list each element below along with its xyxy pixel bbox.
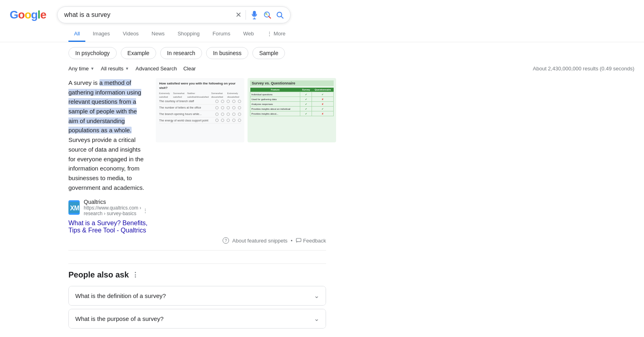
left-column: A survey is a method of gathering inform…	[68, 78, 326, 335]
results-count: About 2,430,000,000 results (0.49 second…	[533, 66, 634, 72]
tab-all[interactable]: All	[68, 27, 85, 42]
tab-videos[interactable]: Videos	[117, 27, 144, 42]
snippet-content: A survey is a method of gathering inform…	[68, 78, 326, 234]
chip-in-psychology[interactable]: In psychology	[68, 47, 117, 59]
survey-form-image[interactable]: How satisfied were you with the followin…	[156, 78, 244, 142]
clear-search-icon[interactable]: ✕	[235, 11, 242, 18]
svg-rect-9	[296, 238, 301, 242]
paa-expand-icon-1: ⌄	[314, 292, 319, 300]
chip-example[interactable]: Example	[121, 47, 156, 59]
paa-question-1[interactable]: What is the definition of a survey? ⌄	[69, 286, 326, 305]
tab-images[interactable]: Images	[87, 27, 116, 42]
chip-in-research[interactable]: In research	[160, 47, 202, 59]
clear-link[interactable]: Clear	[183, 66, 196, 72]
about-snippets-icon: ?	[223, 237, 229, 244]
divider	[246, 10, 246, 20]
main-content: A survey is a method of gathering inform…	[0, 75, 644, 335]
feedback-icon	[296, 238, 301, 243]
paa-question-text-1: What is the definition of a survey?	[75, 292, 166, 299]
svg-text:M: M	[74, 205, 79, 212]
tab-web[interactable]: Web	[237, 27, 260, 42]
nav-tabs: All Images Videos News Shopping Forums W…	[0, 27, 644, 42]
about-snippets-text[interactable]: About featured snippets	[232, 238, 287, 244]
results-filter-arrow-icon: ▼	[125, 66, 129, 71]
visual-search-icon[interactable]	[263, 10, 272, 19]
source-options-icon[interactable]: ⋮	[143, 208, 148, 214]
tab-news[interactable]: News	[146, 27, 171, 42]
time-filter-dropdown[interactable]: Any time ▼	[68, 66, 94, 72]
people-also-ask: People also ask ⋮ What is the definition…	[68, 270, 326, 329]
header: Google what is a survey ✕	[0, 0, 644, 27]
snippet-images: How satisfied were you with the followin…	[156, 78, 336, 234]
search-button[interactable]	[276, 11, 284, 19]
chip-sample[interactable]: Sample	[252, 47, 285, 59]
time-filter-arrow-icon: ▼	[91, 66, 95, 71]
snippet-source: X M Qualtrics https://www.qualtrics.com …	[68, 199, 148, 216]
paa-question-text-2: What is the purpose of a survey?	[75, 315, 163, 322]
microphone-icon[interactable]	[250, 10, 259, 19]
snippet-text-block: A survey is a method of gathering inform…	[68, 78, 148, 234]
separator: •	[291, 238, 293, 244]
snippet-highlighted-text: a method of gathering information using …	[68, 79, 141, 134]
tab-forums[interactable]: Forums	[207, 27, 236, 42]
snippet-footer: ? About featured snippets • Feedback	[68, 234, 326, 251]
source-logo: X M	[68, 200, 80, 215]
survey-vs-questionnaire-image[interactable]: Survey vs. Questionnaire FeatureSurveyQu…	[248, 78, 336, 142]
paa-expand-icon-2: ⌄	[314, 315, 319, 323]
more-dots-icon: ⋮	[267, 31, 272, 37]
google-logo[interactable]: Google	[10, 8, 46, 21]
snippet-source-link[interactable]: What is a Survey? Benefits, Tips & Free …	[68, 220, 148, 234]
paa-options-icon[interactable]: ⋮	[132, 271, 138, 279]
paa-title: People also ask	[68, 270, 129, 279]
tab-shopping[interactable]: Shopping	[172, 27, 205, 42]
paa-item-1[interactable]: What is the definition of a survey? ⌄	[68, 286, 326, 306]
advanced-search-link[interactable]: Advanced Search	[136, 66, 177, 72]
snippet-text-before: A survey is	[68, 79, 99, 86]
svg-point-3	[265, 13, 268, 15]
source-name: Qualtrics	[84, 199, 148, 205]
tab-more[interactable]: ⋮ More	[261, 27, 291, 42]
paa-item-2[interactable]: What is the purpose of a survey? ⌄	[68, 309, 326, 329]
right-panel	[342, 78, 463, 335]
filter-chips: In psychology Example In research In bus…	[0, 42, 644, 64]
source-info: Qualtrics https://www.qualtrics.com › re…	[84, 199, 148, 216]
chip-in-business[interactable]: In business	[206, 47, 248, 59]
paa-header: People also ask ⋮	[68, 270, 326, 279]
search-input[interactable]: what is a survey	[64, 11, 231, 18]
featured-snippet: A survey is a method of gathering inform…	[68, 78, 326, 264]
results-filter-dropdown[interactable]: All results ▼	[101, 66, 129, 72]
feedback-button[interactable]: Feedback	[296, 238, 326, 244]
feedback-label: Feedback	[303, 238, 326, 244]
search-tools: Any time ▼ All results ▼ Advanced Search…	[0, 64, 644, 75]
snippet-text-after: Surveys provide a critical source of dat…	[68, 136, 144, 191]
source-url: https://www.qualtrics.com › research › s…	[84, 205, 148, 216]
paa-question-2[interactable]: What is the purpose of a survey? ⌄	[69, 309, 326, 328]
search-bar: what is a survey ✕	[57, 6, 291, 23]
svg-line-5	[281, 16, 283, 18]
